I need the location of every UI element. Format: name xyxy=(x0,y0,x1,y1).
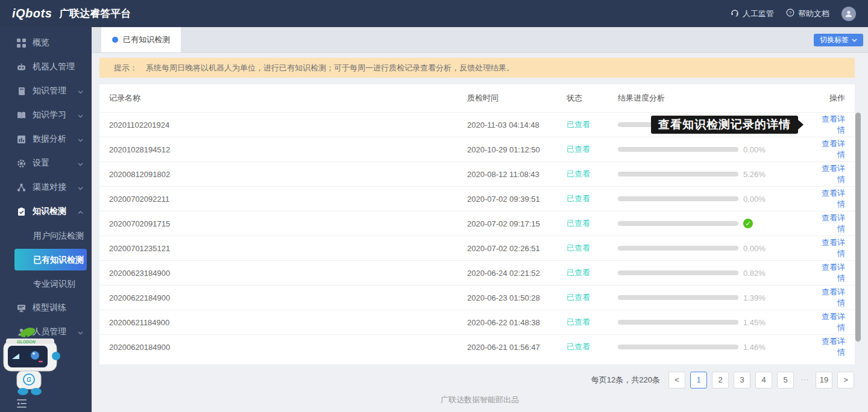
progress-cell: 0.00% xyxy=(618,244,817,253)
table-row: 202006221849002020-06-23 01:50:28已查看1.39… xyxy=(99,285,855,310)
action-cell: 查看详情 xyxy=(817,287,845,308)
action-cell: 查看详情 xyxy=(817,163,845,185)
sidebar-item-overview[interactable]: 概览 xyxy=(0,31,92,55)
view-details-link[interactable]: 查看详情 xyxy=(822,139,845,159)
status-badge: 已查看 xyxy=(567,292,618,303)
sidebar-item-knowledge-learning[interactable]: 知识学习 xyxy=(0,103,92,127)
chevron-up-icon xyxy=(78,207,83,216)
clipboard-check-icon xyxy=(17,207,26,216)
view-details-link[interactable]: 查看详情 xyxy=(822,287,845,307)
book-icon xyxy=(17,87,26,96)
action-cell: 查看详情 xyxy=(817,114,845,136)
sidebar-subitem-professional-word-recognition[interactable]: 专业词识别 xyxy=(0,272,92,296)
progress-bar xyxy=(618,221,738,226)
chevron-down-icon xyxy=(78,110,83,120)
help-docs-link[interactable]: ? 帮助文档 xyxy=(786,8,829,19)
progress-bar xyxy=(618,295,738,300)
col-result-progress: 结果进度分析 xyxy=(618,93,817,104)
action-cell: 查看详情 xyxy=(817,262,845,284)
sidebar-item-model-training[interactable]: 模型训练 xyxy=(0,296,92,320)
progress-percent: 1.45% xyxy=(743,318,766,327)
switch-tags-button[interactable]: 切换标签 xyxy=(814,34,863,46)
progress-bar xyxy=(618,320,738,325)
page-button-19[interactable]: 19 xyxy=(816,372,832,389)
page-button-5[interactable]: 5 xyxy=(777,372,794,389)
col-record-name: 记录名称 xyxy=(109,93,467,104)
col-check-time: 质检时间 xyxy=(467,93,567,104)
table-row: 202006231849002020-06-24 02:21:52已查看0.82… xyxy=(99,260,855,285)
next-page-button[interactable]: > xyxy=(837,372,854,389)
sidebar-subitem-user-question-detection[interactable]: 用户问法检测 xyxy=(0,223,92,248)
status-badge: 已查看 xyxy=(567,169,618,179)
sidebar-item-data-analysis[interactable]: 数据分析 xyxy=(0,127,92,151)
sidebar-item-label: 数据分析 xyxy=(33,134,78,145)
table-row: 202007020922112020-07-02 09:39:51已查看0.00… xyxy=(99,186,855,211)
view-details-link[interactable]: 查看详情 xyxy=(822,164,845,184)
check-time-cell: 2020-10-29 01:12:50 xyxy=(467,145,567,154)
user-avatar[interactable] xyxy=(841,7,856,21)
sidebar-subitem-existing-knowledge-detection[interactable]: 已有知识检测 xyxy=(14,249,87,270)
sidebar-item-knowledge-detection[interactable]: 知识检测 xyxy=(0,199,92,223)
logo-area: iQbots 广联达睿答平台 xyxy=(12,7,131,20)
progress-percent: 0.00% xyxy=(743,145,766,154)
progress-percent: 0.00% xyxy=(743,244,766,253)
sidebar-item-knowledge-management[interactable]: 知识管理 xyxy=(0,79,92,103)
status-badge: 已查看 xyxy=(567,193,618,204)
view-details-link[interactable]: 查看详情 xyxy=(822,337,845,357)
page-button-4[interactable]: 4 xyxy=(755,372,772,389)
record-name-cell: 20200702091715 xyxy=(109,219,467,228)
status-badge: 已查看 xyxy=(567,342,618,352)
page-button-1[interactable]: 1 xyxy=(690,372,707,389)
sidebar-item-settings[interactable]: 设置 xyxy=(0,151,92,175)
record-name-cell: 20200621184900 xyxy=(109,318,467,327)
check-time-cell: 2020-11-03 04:14:48 xyxy=(467,120,567,130)
main-content: 提示： 系统每周日晚将以机器人为单位，进行已有知识检测；可于每周一进行质检记录查… xyxy=(92,53,868,412)
check-time-cell: 2020-06-23 01:50:28 xyxy=(467,293,567,302)
view-details-link[interactable]: 查看详情 xyxy=(822,263,845,282)
page-button-2[interactable]: 2 xyxy=(712,372,729,389)
check-time-cell: 2020-07-02 09:39:51 xyxy=(467,195,567,204)
menu-fold-icon[interactable] xyxy=(17,399,28,408)
view-details-link[interactable]: 查看详情 xyxy=(822,189,845,208)
sidebar-item-robot-management[interactable]: 机器人管理 xyxy=(0,55,92,79)
record-name-cell: 20200620184900 xyxy=(109,343,467,352)
view-details-link[interactable]: 查看详情 xyxy=(822,213,845,233)
svg-text:G: G xyxy=(27,376,31,383)
pagination-ellipsis[interactable]: ··· xyxy=(799,372,811,389)
svg-text:?: ? xyxy=(789,10,792,16)
question-circle-icon: ? xyxy=(786,8,794,19)
manual-supervision-label: 人工监管 xyxy=(743,8,774,19)
status-badge: 已查看 xyxy=(567,119,618,130)
sidebar-item-channel-integration[interactable]: 渠道对接 xyxy=(0,175,92,199)
view-details-link[interactable]: 查看详情 xyxy=(822,114,845,134)
progress-percent: 5.26% xyxy=(743,170,766,179)
sidebar: 概览机器人管理知识管理知识学习数据分析设置渠道对接知识检测用户问法检测已有知识检… xyxy=(0,27,92,412)
tab-bar: 已有知识检测 切换标签 xyxy=(92,27,868,53)
vertical-scrollbar-thumb[interactable] xyxy=(855,113,861,342)
table-row: 202006211849002020-06-22 01:48:38已查看1.45… xyxy=(99,310,855,334)
sidebar-item-label: 渠道对接 xyxy=(33,182,78,193)
status-badge: 已查看 xyxy=(567,243,618,254)
complete-check-icon: ✓ xyxy=(743,219,753,228)
manual-supervision-link[interactable]: 人工监管 xyxy=(731,8,774,19)
col-status: 状态 xyxy=(567,93,618,104)
record-name-cell: 20200812091802 xyxy=(109,170,467,179)
view-details-tooltip: 查看知识检测记录的详情 xyxy=(651,116,798,134)
view-details-link[interactable]: 查看详情 xyxy=(822,312,845,332)
table-row: 202008120918022020-08-12 11:08:43已查看5.26… xyxy=(99,161,855,186)
gear-icon xyxy=(17,159,26,168)
help-docs-label: 帮助文档 xyxy=(798,8,829,19)
progress-bar xyxy=(618,246,738,251)
action-cell: 查看详情 xyxy=(817,213,845,234)
page-button-3[interactable]: 3 xyxy=(734,372,750,389)
action-cell: 查看详情 xyxy=(817,237,845,259)
view-details-link[interactable]: 查看详情 xyxy=(822,238,845,258)
progress-cell: 1.39% xyxy=(618,293,817,302)
prev-page-button[interactable]: < xyxy=(668,372,685,389)
tab-label: 已有知识检测 xyxy=(123,34,170,45)
tab-existing-knowledge-detection[interactable]: 已有知识检测 xyxy=(101,27,181,52)
app-header: iQbots 广联达睿答平台 人工监管 ? 帮助文档 xyxy=(0,0,868,27)
record-name-cell: 20201028194512 xyxy=(109,145,467,154)
check-time-cell: 2020-06-22 01:48:38 xyxy=(467,318,567,327)
sidebar-item-label: 模型训练 xyxy=(33,302,83,313)
